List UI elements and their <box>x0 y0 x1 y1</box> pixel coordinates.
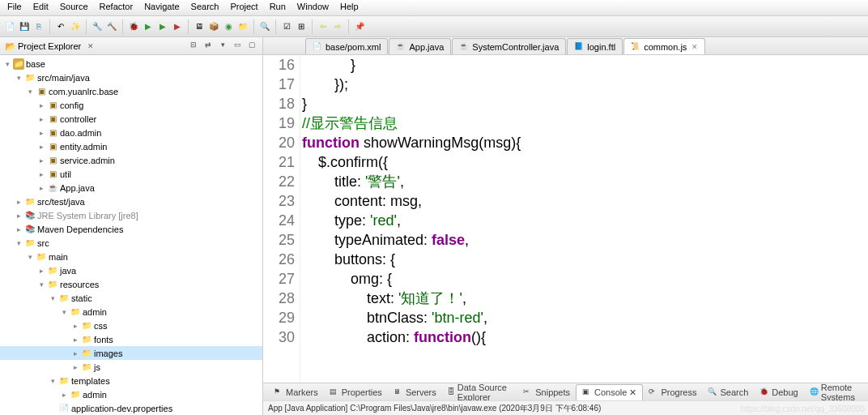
twisty-icon[interactable]: ▾ <box>60 308 68 316</box>
tool2-icon[interactable]: 🔨 <box>105 20 118 33</box>
twisty-icon[interactable]: ▸ <box>15 212 23 220</box>
tree-item[interactable]: ▾📁templates <box>0 374 262 387</box>
search-icon[interactable]: 🔍 <box>258 20 271 33</box>
tool-icon[interactable]: 🔧 <box>91 20 104 33</box>
menu-window[interactable]: Window <box>291 0 334 15</box>
twisty-icon[interactable]: ▸ <box>37 184 45 192</box>
tree-item[interactable]: ▾📁static <box>0 291 262 305</box>
twisty-icon[interactable]: ▸ <box>37 101 45 109</box>
tree-item[interactable]: ▸📁src/test/java <box>0 195 262 208</box>
code-line[interactable]: typeAnimated: false, <box>302 230 868 250</box>
twisty-icon[interactable]: ▾ <box>3 60 11 68</box>
link-editor-icon[interactable]: ⇄ <box>202 41 214 52</box>
tree-item[interactable]: ▾📁admin <box>0 305 262 319</box>
menu-help[interactable]: Help <box>334 0 364 15</box>
menu-edit[interactable]: Edit <box>28 0 54 15</box>
view-tab-snippets[interactable]: ✂Snippets <box>517 384 576 400</box>
view-tab-data-source-explorer[interactable]: 🗄Data Source Explorer <box>442 384 517 400</box>
twisty-icon[interactable]: ▾ <box>49 377 57 385</box>
run-last-icon[interactable]: ▶ <box>156 20 169 33</box>
code-line[interactable]: function showWarningMsg(msg){ <box>302 133 868 152</box>
new-server-icon[interactable]: 🖥 <box>193 20 206 33</box>
view-tab-console[interactable]: ▣Console✕ <box>576 384 643 400</box>
view-tab-debug[interactable]: 🐞Debug <box>754 384 803 400</box>
tree-item[interactable]: ▾📁src <box>0 236 262 250</box>
close-icon[interactable]: ✕ <box>629 387 636 398</box>
tree-item[interactable]: ▾📁base <box>0 57 262 71</box>
twisty-icon[interactable]: ▾ <box>15 239 23 247</box>
editor-tab[interactable]: 📘login.ftl <box>567 38 623 54</box>
tree-item[interactable]: ▸📚Maven Dependencies <box>0 222 262 236</box>
source-code[interactable]: } });}//显示警告信息function showWarningMsg(ms… <box>300 55 868 383</box>
outline-icon[interactable]: ⊞ <box>295 20 308 33</box>
twisty-icon[interactable]: ▾ <box>26 88 34 96</box>
code-line[interactable]: title: '警告', <box>302 172 868 191</box>
tree-item[interactable]: ▸▣service.admin <box>0 153 262 167</box>
new-class-icon[interactable]: ◉ <box>222 20 235 33</box>
code-line[interactable]: buttons: { <box>302 250 868 269</box>
code-line[interactable]: text: '知道了！', <box>302 289 868 308</box>
view-tab-markers[interactable]: ⚑Markers <box>268 384 324 400</box>
tree-item[interactable]: ▸📚JRE System Library [jre8] <box>0 208 262 222</box>
tree-item[interactable]: ▸📁java <box>0 263 262 277</box>
editor-tab[interactable]: ☕App.java <box>389 38 451 54</box>
tree-item[interactable]: ▸📁js <box>0 360 262 374</box>
code-line[interactable]: omg: { <box>302 269 868 289</box>
run-icon[interactable]: ▶ <box>142 20 155 33</box>
twisty-icon[interactable]: ▸ <box>71 322 79 330</box>
tree-item[interactable]: ▸📁fonts <box>0 332 262 346</box>
undo-icon[interactable]: ↶ <box>54 20 67 33</box>
menu-source[interactable]: Source <box>54 0 94 15</box>
twisty-icon[interactable]: ▸ <box>37 170 45 178</box>
twisty-icon[interactable]: ▸ <box>71 349 79 357</box>
close-icon[interactable]: ✕ <box>691 43 698 51</box>
menu-refactor[interactable]: Refactor <box>94 0 139 15</box>
view-tab-search[interactable]: 🔍Search <box>702 384 754 400</box>
new-resource-icon[interactable]: 📦 <box>207 20 220 33</box>
task-icon[interactable]: ☑ <box>280 20 293 33</box>
menu-navigate[interactable]: Navigate <box>138 0 185 15</box>
close-icon[interactable]: ✕ <box>87 42 94 50</box>
new-wizard-icon[interactable]: ✨ <box>69 20 82 33</box>
twisty-icon[interactable]: ▾ <box>37 280 45 289</box>
menu-search[interactable]: Search <box>185 0 225 15</box>
tree-item[interactable]: ▸☕App.java <box>0 181 262 195</box>
editor-tab[interactable]: 📄base/pom.xml <box>305 38 388 54</box>
menu-run[interactable]: Run <box>264 0 291 15</box>
code-line[interactable]: } <box>302 94 868 113</box>
menu-project[interactable]: Project <box>224 0 263 15</box>
pin-icon[interactable]: 📌 <box>353 20 366 33</box>
code-editor[interactable]: 161718192021222324252627282930 } });}//显… <box>263 55 868 383</box>
collapse-all-icon[interactable]: ⊟ <box>188 41 199 52</box>
twisty-icon[interactable]: ▸ <box>37 129 45 137</box>
tree-item[interactable]: ▸📁admin <box>0 387 262 401</box>
editor-tab[interactable]: ☕SystemController.java <box>452 38 566 54</box>
new-pkg-icon[interactable]: 📁 <box>236 20 249 33</box>
save-icon[interactable]: 💾 <box>18 20 31 33</box>
editor-tab[interactable]: 📜common.js✕ <box>623 38 705 54</box>
tree-item[interactable]: ▸📁images <box>0 346 262 360</box>
code-line[interactable]: content: msg, <box>302 191 868 211</box>
code-line[interactable]: action: function(){ <box>302 327 868 347</box>
view-tab-properties[interactable]: ▤Properties <box>324 384 388 400</box>
twisty-icon[interactable]: ▾ <box>49 294 57 302</box>
twisty-icon[interactable]: ▸ <box>37 115 45 123</box>
code-line[interactable]: //显示警告信息 <box>302 113 868 133</box>
code-line[interactable]: btnClass: 'btn-red', <box>302 308 868 327</box>
twisty-icon[interactable]: ▸ <box>15 198 23 206</box>
code-line[interactable]: $.confirm({ <box>302 152 868 172</box>
save-all-icon[interactable]: ⎘ <box>32 20 45 33</box>
code-line[interactable]: } <box>302 55 868 75</box>
view-tab-servers[interactable]: 🖥Servers <box>388 384 442 400</box>
twisty-icon[interactable]: ▾ <box>15 74 23 82</box>
new-icon[interactable]: 📄 <box>3 20 16 33</box>
twisty-icon[interactable]: ▸ <box>37 267 45 275</box>
twisty-icon[interactable]: ▸ <box>37 143 45 151</box>
twisty-icon[interactable]: ▸ <box>71 363 79 371</box>
debug-icon[interactable]: 🐞 <box>127 20 140 33</box>
forward-icon[interactable]: ⇨ <box>331 20 344 33</box>
back-icon[interactable]: ⇦ <box>317 20 330 33</box>
twisty-icon[interactable]: ▸ <box>37 156 45 165</box>
minimize-icon[interactable]: ▭ <box>232 41 243 52</box>
tree-item[interactable]: ▾📁main <box>0 250 262 263</box>
